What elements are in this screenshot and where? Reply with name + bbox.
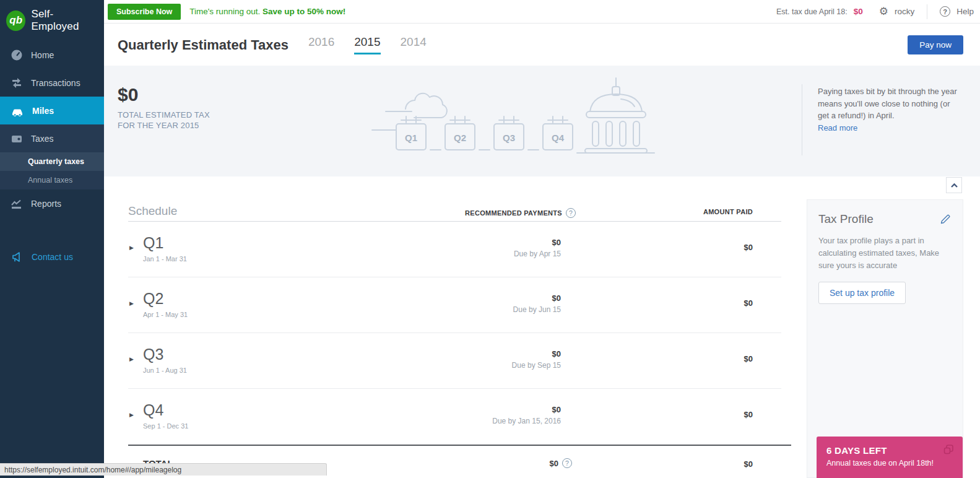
reports-icon <box>11 198 23 210</box>
quarter-label: Q3 <box>143 345 163 363</box>
amount-paid: $0 <box>744 298 753 308</box>
sidebar-item-reports[interactable]: Reports <box>0 189 104 217</box>
sidebar-subitem-quarterly-taxes[interactable]: Quarterly taxes <box>0 152 104 171</box>
quarter-label: Q2 <box>143 290 163 308</box>
svg-text:Q1: Q1 <box>405 133 417 143</box>
tab-2015[interactable]: 2015 <box>354 35 380 54</box>
user-menu[interactable]: rocky <box>895 7 914 16</box>
sidebar-item-label: Reports <box>31 199 61 209</box>
schedule-column-header: Schedule <box>128 204 177 218</box>
total-help-icon[interactable]: ? <box>562 458 572 468</box>
sidebar-subitem-annual-taxes[interactable]: Annual taxes <box>0 171 104 189</box>
est-tax-label: Est. tax due April 18: <box>776 7 848 16</box>
sidebar-item-home[interactable]: Home <box>0 41 104 69</box>
quarterly-schedule-table: Schedule RECOMMENDED PAYMENTS ? AMOUNT P… <box>128 202 781 478</box>
sidebar-subitem-label: Quarterly taxes <box>28 157 84 166</box>
help-icon[interactable]: ? <box>940 6 950 17</box>
total-estimated-tax-amount: $0 <box>118 84 210 105</box>
total-estimated-tax: $0 TOTAL ESTIMATED TAX FOR THE YEAR 2015 <box>118 84 210 131</box>
help-link[interactable]: Help <box>956 7 974 16</box>
sidebar-item-taxes[interactable]: Taxes <box>0 124 104 152</box>
svg-text:Q3: Q3 <box>503 133 515 143</box>
quarter-period: Sep 1 - Dec 31 <box>143 422 188 430</box>
qb-logo-icon: qb <box>6 11 25 31</box>
app-logo: qb Self-Employed <box>0 0 104 41</box>
browser-status-url: https://selfemployed.intuit.com/home#/ap… <box>0 463 327 476</box>
promo-bold-text: Save up to 50% now! <box>262 7 345 16</box>
amount-paid: $0 <box>744 354 753 363</box>
quarter-period: Jan 1 - Mar 31 <box>143 255 187 263</box>
collapse-summary-button[interactable] <box>946 177 962 193</box>
expand-row-icon[interactable]: ▶ <box>129 412 134 418</box>
calendar-q1: Q1 <box>396 116 426 150</box>
amount-paid: $0 <box>744 410 753 419</box>
sidebar: qb Self-Employed Home Transactions Miles <box>0 0 104 478</box>
transactions-icon <box>11 77 23 89</box>
svg-text:Q2: Q2 <box>454 133 466 143</box>
read-more-link[interactable]: Read more <box>818 122 961 134</box>
sidebar-item-miles[interactable]: Miles <box>0 97 104 124</box>
year-tabs: 2016 2015 2014 <box>308 35 427 54</box>
page-title: Quarterly Estimated Taxes <box>118 37 288 53</box>
total-amount-paid: $0 <box>744 459 753 469</box>
total-recommended: $0 ? <box>550 458 572 468</box>
expand-row-icon[interactable]: ▶ <box>129 300 134 306</box>
days-left-subtitle: Annual taxes due on April 18th! <box>826 459 953 467</box>
quarterly-calendar-illustration: Q1 Q2 Q3 Q4 <box>368 73 659 169</box>
pencil-icon <box>939 213 952 225</box>
tab-2014[interactable]: 2014 <box>401 35 427 54</box>
government-building <box>585 78 647 153</box>
topbar-divider <box>927 4 927 19</box>
recommended-payment: $0 Due by Sep 15 <box>512 349 561 370</box>
days-left-title: 6 DAYS LEFT <box>826 445 953 456</box>
page-header: Quarterly Estimated Taxes 2016 2015 2014… <box>104 24 980 66</box>
contact-us-link[interactable]: Contact us <box>0 246 104 267</box>
table-row-q1: ▶ Q1 Jan 1 - Mar 31 $0 Due by Apr 15 $0 <box>128 222 781 277</box>
expand-row-icon[interactable]: ▶ <box>129 356 134 362</box>
quarter-period: Apr 1 - May 31 <box>143 311 188 318</box>
tax-profile-description: Your tax profile plays a part in calcula… <box>818 235 952 272</box>
sidebar-item-label: Miles <box>32 106 54 116</box>
recommended-payment: $0 Due by Jun 15 <box>513 293 561 314</box>
contact-us-label: Contact us <box>32 252 73 262</box>
stacked-cards-icon <box>942 443 955 458</box>
tab-2016[interactable]: 2016 <box>308 35 334 54</box>
tax-profile-title: Tax Profile <box>818 212 874 226</box>
sidebar-item-label: Transactions <box>31 78 80 88</box>
band-divider <box>802 84 802 155</box>
chevron-up-icon <box>949 181 960 189</box>
set-up-tax-profile-button[interactable]: Set up tax profile <box>818 282 906 304</box>
days-left-banner[interactable]: 6 DAYS LEFT Annual taxes due on April 18… <box>817 437 963 478</box>
recommended-payments-help-icon[interactable]: ? <box>566 208 576 218</box>
quarter-period: Jun 1 - Aug 31 <box>143 367 187 374</box>
expand-row-icon[interactable]: ▶ <box>129 245 134 251</box>
calendar-q2: Q2 <box>445 116 475 150</box>
table-row-q2: ▶ Q2 Apr 1 - May 31 $0 Due by Jun 15 $0 <box>128 277 781 333</box>
promo-text: Time's running out. <box>189 7 260 16</box>
subscribe-now-button[interactable]: Subscribe Now <box>108 4 181 20</box>
edit-tax-profile-button[interactable] <box>939 213 952 225</box>
gear-icon[interactable]: ⚙ <box>879 6 888 17</box>
calendar-q3: Q3 <box>494 116 524 150</box>
brand-name: Self-Employed <box>31 8 98 33</box>
car-icon <box>11 105 24 117</box>
taxes-icon <box>11 133 23 145</box>
tax-tip: Paying taxes bit by bit through the year… <box>818 85 961 134</box>
calendar-q4: Q4 <box>543 116 573 150</box>
table-header-row: Schedule RECOMMENDED PAYMENTS ? AMOUNT P… <box>128 202 781 222</box>
amount-paid: $0 <box>744 243 753 252</box>
pay-now-button[interactable]: Pay now <box>908 35 963 54</box>
sidebar-item-transactions[interactable]: Transactions <box>0 69 104 97</box>
promo-message: Time's running out. Save up to 50% now! <box>189 7 345 16</box>
svg-text:Q4: Q4 <box>552 133 565 143</box>
table-row-q4: ▶ Q4 Sep 1 - Dec 31 $0 Due by Jan 15, 20… <box>128 389 781 445</box>
sidebar-taxes-group: Taxes Quarterly taxes Annual taxes <box>0 124 104 189</box>
recommended-payment: $0 Due by Jan 15, 2016 <box>492 405 561 425</box>
megaphone-icon <box>11 251 24 263</box>
quarter-label: Q4 <box>143 401 163 419</box>
sidebar-item-label: Home <box>31 50 54 60</box>
recommended-payments-header: RECOMMENDED PAYMENTS ? <box>465 208 576 218</box>
speedometer-icon <box>11 49 23 61</box>
top-bar: Subscribe Now Time's running out. Save u… <box>104 0 980 24</box>
summary-band: $0 TOTAL ESTIMATED TAX FOR THE YEAR 2015… <box>104 66 980 176</box>
